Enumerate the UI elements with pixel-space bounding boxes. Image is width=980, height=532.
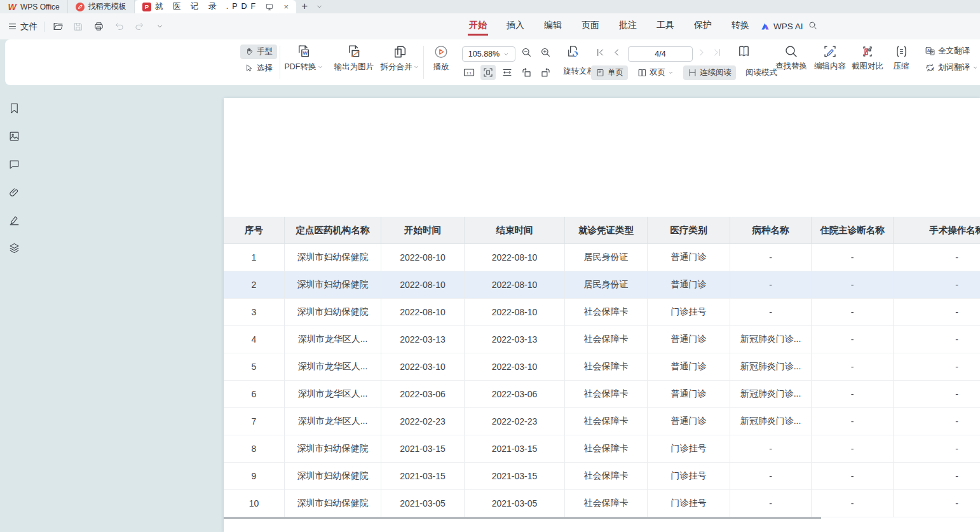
undo-icon[interactable] bbox=[112, 20, 126, 34]
zoom-out-icon[interactable] bbox=[519, 44, 534, 60]
table-cell: 2022-03-06 bbox=[465, 381, 565, 408]
find-replace-icon bbox=[784, 44, 799, 59]
file-menu-button[interactable]: 文件 bbox=[8, 21, 37, 32]
thumbnails-icon[interactable] bbox=[6, 128, 22, 144]
export-image-icon bbox=[346, 44, 362, 60]
menu-tab[interactable]: 开始 bbox=[469, 20, 487, 34]
table-cell: 居民身份证 bbox=[565, 271, 648, 299]
table-cell: - bbox=[812, 299, 894, 326]
menu-search-icon[interactable] bbox=[808, 20, 818, 33]
menu-tab[interactable]: 批注 bbox=[619, 20, 637, 34]
header-cell: 序号 bbox=[224, 217, 285, 244]
fit-width-button[interactable] bbox=[500, 65, 515, 80]
previous-page-icon[interactable] bbox=[609, 44, 624, 60]
new-tab-button[interactable]: + bbox=[296, 0, 313, 13]
hand-tool-button[interactable]: 手型 bbox=[240, 44, 277, 59]
export-image-button[interactable]: 输出为图片 bbox=[334, 44, 374, 72]
menu-wps-ai[interactable]: WPS AI bbox=[760, 22, 803, 31]
svg-text:A: A bbox=[927, 48, 930, 53]
split-merge-button[interactable]: 拆分合并 bbox=[381, 44, 419, 72]
page-number-input[interactable]: 4/4 bbox=[628, 46, 693, 62]
open-file-icon[interactable] bbox=[51, 20, 65, 34]
save-icon[interactable] bbox=[71, 20, 85, 34]
fit-page-button[interactable] bbox=[480, 65, 496, 80]
actual-size-button[interactable]: 1:1 bbox=[461, 65, 477, 80]
menu-tab[interactable]: 工具 bbox=[657, 20, 674, 34]
edit-content-button[interactable]: 编辑内容 bbox=[814, 44, 846, 72]
table-header-row: 序号定点医药机构名称开始时间结束时间就诊凭证类型医疗类别病种名称住院主诊断名称手… bbox=[224, 217, 980, 244]
svg-text:文: 文 bbox=[926, 64, 929, 68]
table-row: 6深圳市龙华区人...2022-03-062022-03-06社会保障卡普通门诊… bbox=[224, 381, 980, 408]
next-page-icon[interactable] bbox=[693, 44, 709, 60]
menu-tab[interactable]: 转换 bbox=[732, 20, 749, 34]
find-replace-button[interactable]: 查找替换 bbox=[775, 44, 807, 72]
tab-list-chevron-icon[interactable] bbox=[313, 0, 325, 13]
tab-wps-home[interactable]: W WPS Office bbox=[0, 0, 68, 13]
left-panel-rail bbox=[0, 85, 28, 532]
rotate-left-button[interactable] bbox=[519, 65, 534, 80]
layers-icon[interactable] bbox=[6, 240, 22, 256]
menu-tab[interactable]: 插入 bbox=[507, 20, 524, 34]
edit-content-icon bbox=[822, 44, 838, 59]
screenshot-compare-button[interactable]: 截图对比 bbox=[852, 44, 883, 72]
menu-tab[interactable]: 页面 bbox=[582, 20, 599, 34]
last-page-icon[interactable] bbox=[709, 44, 725, 60]
svg-text:W: W bbox=[303, 50, 308, 56]
monitor-icon[interactable] bbox=[263, 3, 276, 11]
rotate-right-button[interactable] bbox=[538, 65, 553, 80]
print-icon[interactable] bbox=[92, 20, 105, 34]
rotate-doc-label[interactable]: 旋转文档 bbox=[563, 66, 595, 77]
table-cell: 深圳市妇幼保健院 bbox=[285, 299, 381, 326]
attachment-icon[interactable] bbox=[6, 184, 22, 200]
rotate-pages-icon[interactable] bbox=[565, 43, 580, 58]
play-icon bbox=[433, 44, 449, 60]
signature-icon[interactable] bbox=[6, 212, 22, 228]
play-button[interactable]: 播放 bbox=[433, 44, 449, 72]
zoom-in-icon[interactable] bbox=[538, 44, 553, 60]
table-cell: 2022-08-10 bbox=[465, 271, 565, 299]
continuous-read-button[interactable]: 连续阅读 bbox=[683, 65, 736, 80]
single-page-button[interactable]: 单页 bbox=[591, 65, 628, 80]
table-cell: 普通门诊 bbox=[648, 271, 730, 299]
table-cell: 4 bbox=[224, 326, 285, 353]
read-mode-icon[interactable] bbox=[736, 43, 751, 58]
pdf-convert-button[interactable]: W PDF转换 bbox=[285, 44, 323, 72]
table-cell: - bbox=[730, 490, 812, 517]
menu-tab[interactable]: 保护 bbox=[694, 20, 712, 34]
compress-button[interactable]: 压缩 bbox=[894, 44, 909, 72]
double-page-button[interactable]: 双页 bbox=[633, 65, 678, 80]
table-cell: 社会保障卡 bbox=[565, 408, 648, 435]
word-translate-icon: A文 bbox=[925, 62, 936, 73]
close-tab-icon[interactable]: × bbox=[280, 2, 292, 11]
bookmarks-icon[interactable] bbox=[6, 100, 22, 116]
pdf-page: 序号定点医药机构名称开始时间结束时间就诊凭证类型医疗类别病种名称住院主诊断名称手… bbox=[224, 98, 980, 532]
wps-pdf-window: W WPS Office 找稻壳模板 P 就 医 记 录 .PDF × + 文 bbox=[0, 0, 980, 532]
zoom-level-input[interactable]: 105.88% bbox=[462, 46, 515, 62]
table-cell: 2022-03-13 bbox=[465, 326, 565, 353]
select-tool-button[interactable]: 选择 bbox=[240, 61, 277, 76]
word-translate-button[interactable]: A文 划词翻译 bbox=[923, 62, 980, 74]
cursor-icon bbox=[245, 64, 254, 73]
tab-bar: W WPS Office 找稻壳模板 P 就 医 记 录 .PDF × + bbox=[0, 0, 980, 13]
quick-tools-chevron-icon[interactable] bbox=[153, 20, 167, 34]
comments-icon[interactable] bbox=[6, 156, 22, 172]
full-translate-button[interactable]: A 全文翻译 bbox=[923, 45, 972, 57]
menu-tab[interactable]: 编辑 bbox=[544, 20, 562, 34]
redo-icon[interactable] bbox=[132, 20, 146, 34]
table-cell: 2021-03-05 bbox=[381, 490, 465, 517]
document-canvas[interactable]: 序号定点医药机构名称开始时间结束时间就诊凭证类型医疗类别病种名称住院主诊断名称手… bbox=[28, 85, 980, 532]
tab-label: 找稻壳模板 bbox=[88, 1, 126, 12]
table-cell: - bbox=[812, 244, 894, 271]
ribbon-toolbar: 手型 选择 W PDF转换 输出为图片 拆分合并 播放 105.8 bbox=[5, 39, 980, 85]
table-cell: - bbox=[812, 326, 894, 353]
table-cell: 2021-03-15 bbox=[465, 435, 565, 463]
tab-docer-templates[interactable]: 找稻壳模板 bbox=[68, 0, 135, 13]
table-cell: - bbox=[730, 435, 812, 463]
table-cell: 2021-03-05 bbox=[465, 490, 565, 517]
first-page-icon[interactable] bbox=[592, 44, 608, 60]
tab-document-active[interactable]: P 就 医 记 录 .PDF × bbox=[135, 0, 296, 13]
one-to-one-icon: 1:1 bbox=[463, 66, 475, 79]
table-cell: 社会保障卡 bbox=[565, 353, 648, 381]
header-cell: 就诊凭证类型 bbox=[565, 217, 648, 244]
tab-label: WPS Office bbox=[20, 3, 60, 11]
